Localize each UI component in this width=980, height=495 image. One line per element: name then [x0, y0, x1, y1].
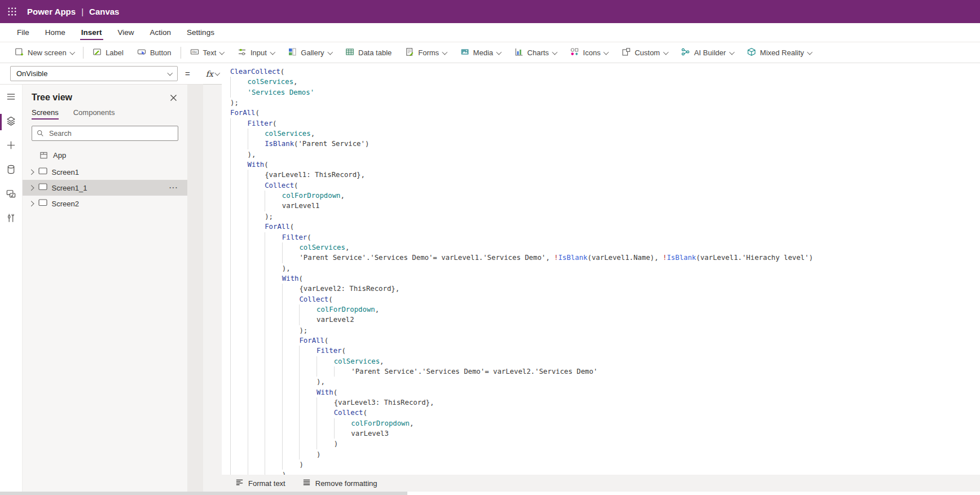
formula-editor[interactable]: ClearCollect(colServices,'Services Demos… [222, 63, 980, 475]
chevron-right-icon[interactable] [29, 201, 34, 206]
toolbar-item-gallery[interactable]: Gallery [281, 43, 339, 63]
rail-item-media-rail-icon[interactable] [0, 183, 23, 207]
app-title: Power Apps [27, 7, 76, 16]
menu-view[interactable]: View [110, 23, 142, 42]
code-token: ( [341, 347, 345, 355]
tree-item-app-label: App [53, 151, 66, 160]
insert-plus-icon [6, 140, 16, 153]
icons-icon [570, 47, 579, 58]
indent-guide [265, 201, 282, 211]
toolbar-item-input[interactable]: Input [231, 43, 281, 63]
indent-guide [265, 232, 282, 242]
rail-item-advanced-tools-icon[interactable] [0, 207, 23, 231]
rail-item-insert-plus-icon[interactable] [0, 134, 23, 158]
indent-guide [230, 459, 248, 470]
rail-item-hamburger-icon[interactable] [0, 86, 23, 110]
toolbar-item-forms[interactable]: Forms [398, 43, 453, 63]
code-token: ); [265, 213, 273, 220]
close-icon[interactable] [170, 94, 177, 101]
waffle-menu-icon[interactable] [0, 0, 24, 23]
code-line: With( [230, 387, 980, 397]
indent-guide [299, 408, 317, 418]
tree-item-screen1-1[interactable]: Screen1_1... [23, 180, 187, 196]
code-token: ), [282, 264, 291, 272]
indent-guide [230, 170, 248, 180]
indent-guide [248, 232, 265, 242]
code-token: colServices [248, 78, 293, 86]
indent-guide [299, 439, 317, 449]
indent-guide [265, 418, 282, 428]
indent-guide [334, 418, 351, 428]
menu-action[interactable]: Action [142, 23, 179, 42]
chevron-down-icon [807, 49, 812, 54]
code-token: ( [273, 120, 276, 127]
code-token: , [311, 130, 315, 138]
toolbar-item-button[interactable]: Button [130, 43, 178, 63]
menu-settings[interactable]: Settings [179, 23, 222, 42]
indent-guide [265, 273, 282, 284]
code-token: varLevel3 [351, 430, 389, 437]
toolbar-item-icons[interactable]: Icons [563, 43, 615, 63]
menu-file[interactable]: File [9, 23, 37, 42]
rail-item-data-sources-icon[interactable] [0, 158, 23, 183]
tab-screens[interactable]: Screens [32, 108, 59, 118]
indent-guide [230, 377, 248, 387]
indent-guide [230, 263, 248, 273]
toolbar-item-text[interactable]: AbcText [183, 43, 231, 63]
tab-components[interactable]: Components [73, 108, 115, 118]
indent-guide [248, 449, 265, 459]
chevron-down-icon [663, 49, 668, 54]
indent-guide [248, 325, 265, 335]
tree-item-app[interactable]: App [23, 148, 187, 164]
code-token: ( [255, 109, 259, 117]
button-label: Format text [248, 479, 285, 488]
toolbar-item-media[interactable]: Media [454, 43, 508, 63]
screen-icon [38, 183, 52, 192]
tree-item-screen2[interactable]: Screen2 [23, 196, 187, 211]
toolbar-item-new-screen[interactable]: New screen [8, 43, 81, 63]
indent-guide [248, 191, 265, 201]
toolbar-item-mixed-reality[interactable]: Mixed Reality [740, 43, 819, 63]
format-text-icon [235, 478, 244, 488]
format-text-button[interactable]: Format text [230, 478, 291, 488]
indent-guide [317, 408, 334, 418]
indent-guide [230, 439, 248, 449]
indent-guide [230, 397, 248, 408]
rail-item-tree-view-icon[interactable] [0, 110, 23, 134]
toolbar-item-label[interactable]: Label [86, 43, 130, 63]
indent-guide [248, 211, 265, 222]
indent-guide [282, 304, 300, 315]
toolbar-item-charts[interactable]: Charts [508, 43, 564, 63]
toolbar-item-custom[interactable]: Custom [615, 43, 674, 63]
tree-item-screen1[interactable]: Screen1 [23, 164, 187, 180]
indent-guide [265, 315, 282, 325]
data-table-icon [345, 47, 354, 58]
toolbar-item-ai-builder[interactable]: AI Builder [674, 43, 740, 63]
property-selector[interactable]: OnVisible [10, 66, 178, 81]
indent-guide [248, 263, 265, 273]
code-line: varLevel3 [230, 428, 980, 439]
indent-guide [248, 129, 265, 139]
menu-insert[interactable]: Insert [73, 23, 110, 42]
chevron-down-icon [327, 49, 332, 54]
code-line: {varLevel2: ThisRecord}, [230, 284, 980, 294]
chevron-right-icon[interactable] [29, 185, 34, 190]
toolbar-item-data-table[interactable]: Data table [339, 43, 398, 63]
code-line: ); [230, 211, 980, 222]
chevron-down-icon [219, 49, 225, 54]
code-token: varLevel1 [282, 202, 320, 210]
indent-guide [248, 273, 265, 284]
hamburger-icon [6, 91, 16, 104]
search-input[interactable] [48, 129, 173, 138]
chevron-right-icon[interactable] [29, 169, 34, 174]
gallery-icon [288, 47, 297, 58]
code-token: ) [317, 450, 320, 458]
new-screen-icon [15, 47, 24, 58]
indent-guide [230, 180, 248, 191]
menu-home[interactable]: Home [37, 23, 73, 42]
more-options-button[interactable]: ... [169, 182, 178, 190]
remove-formatting-button[interactable]: Remove formatting [297, 478, 383, 488]
code-token: ( [294, 182, 298, 189]
fx-button[interactable]: fx [203, 63, 222, 85]
chevron-down-icon [552, 49, 557, 54]
